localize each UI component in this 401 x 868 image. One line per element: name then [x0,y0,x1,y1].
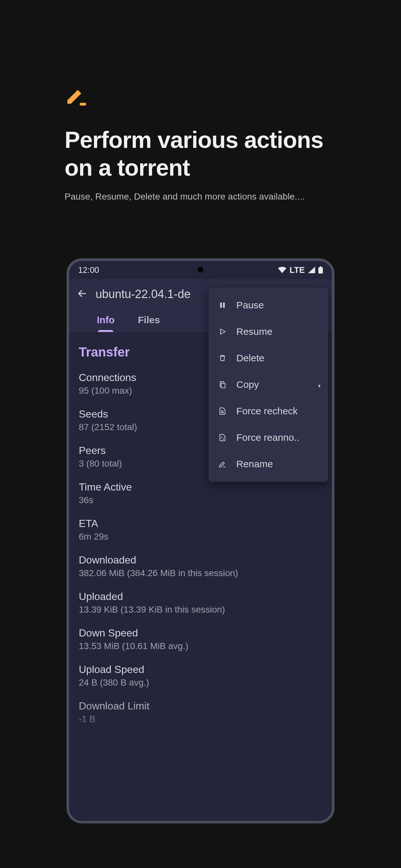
menu-label: Copy [236,379,319,390]
info-row-downloaded: Downloaded 382.06 MiB (384.26 MiB in thi… [79,554,322,578]
phone-side-button [334,383,335,419]
phone-camera-notch [197,267,204,273]
info-value: 6m 29s [79,531,322,542]
menu-label: Resume [236,326,319,337]
menu-item-delete[interactable]: Delete [209,345,328,371]
wifi-icon [278,267,286,273]
svg-rect-1 [318,268,323,274]
menu-item-resume[interactable]: Resume [209,318,328,345]
info-label: Download Limit [79,700,322,712]
menu-label: Rename [236,459,319,469]
svg-rect-3 [220,303,222,308]
info-row-uploaded: Uploaded 13.39 KiB (13.39 KiB in this se… [79,591,322,615]
svg-rect-5 [221,383,225,388]
pencil-icon [65,84,87,106]
status-time: 12:00 [78,265,99,275]
info-row-eta: ETA 6m 29s [79,518,322,542]
pause-icon [218,300,227,310]
info-value: -1 B [79,714,322,724]
svg-rect-0 [80,103,86,105]
info-row-download-limit: Download Limit -1 B [79,700,322,724]
copy-icon [218,380,227,390]
phone-side-button [334,480,335,516]
info-row-down-speed: Down Speed 13.53 MiB (10.61 MiB avg.) [79,627,322,651]
tab-info[interactable]: Info [85,309,126,332]
context-menu: Pause Resume Delete Copy [209,287,328,482]
network-label: LTE [289,265,305,275]
promo-header: Perform various actions on a torrent Pau… [0,0,401,202]
info-label: Down Speed [79,627,322,639]
menu-label: Delete [236,352,319,364]
signal-icon [308,267,315,273]
info-label: Upload Speed [79,663,322,676]
menu-label: Pause [236,300,319,311]
rename-icon [218,459,227,469]
play-icon [218,327,227,337]
info-row-time-active: Time Active 36s [79,481,322,505]
menu-item-copy[interactable]: Copy [209,371,328,398]
info-value: 382.06 MiB (384.26 MiB in this session) [79,568,322,578]
info-label: ETA [79,518,322,530]
info-label: Downloaded [79,554,322,566]
battery-icon [318,267,323,274]
info-label: Time Active [79,481,322,493]
trash-icon [218,353,227,363]
promo-subtitle: Pause, Resume, Delete and much more acti… [65,191,336,202]
tab-files[interactable]: Files [126,309,172,332]
back-button[interactable] [77,288,88,300]
phone-frame: 12:00 LTE ubuntu-22.04.1-de Info Files T… [66,258,335,824]
menu-item-rename[interactable]: Rename [209,451,328,477]
info-value: 36s [79,495,322,505]
menu-item-force-recheck[interactable]: Force recheck [209,398,328,424]
menu-label: Force reanno.. [236,432,319,443]
chevron-right-icon [318,379,321,390]
torrent-title: ubuntu-22.04.1-de [96,287,190,301]
info-value: 13.53 MiB (10.61 MiB avg.) [79,641,322,651]
svg-rect-4 [223,303,225,308]
promo-title: Perform various actions on a torrent [65,126,336,182]
info-value: 24 B (380 B avg.) [79,678,322,688]
info-value: 13.39 KiB (13.39 KiB in this session) [79,604,322,615]
menu-item-pause[interactable]: Pause [209,292,328,318]
recheck-icon [218,406,227,416]
svg-rect-2 [320,267,321,268]
info-row-upload-speed: Upload Speed 24 B (380 B avg.) [79,663,322,688]
svg-point-6 [221,411,223,413]
info-label: Uploaded [79,591,322,602]
reannounce-icon [218,433,227,442]
menu-item-force-reannounce[interactable]: Force reanno.. [209,424,328,451]
menu-label: Force recheck [236,406,319,416]
